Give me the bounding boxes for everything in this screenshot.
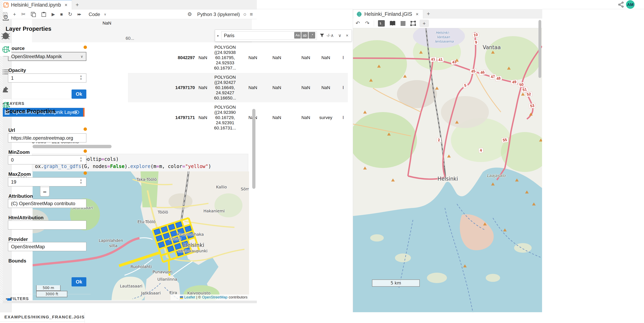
source-ok-button[interactable]: Ok — [72, 277, 86, 287]
leaflet-link[interactable]: Leaflet — [184, 295, 195, 300]
map-graphics — [353, 28, 542, 312]
minzoom-field-label: MinZoom — [8, 149, 30, 155]
raster-layer-icon[interactable] — [398, 21, 408, 26]
minzoom-input[interactable] — [8, 155, 86, 164]
filters-section-header[interactable]: ▸ FILTERS — [0, 294, 90, 303]
cell-type-dropdown[interactable]: Code — [86, 10, 103, 19]
stepper-control[interactable]: ∧∨ — [80, 157, 82, 162]
campsite-marker-icon — [455, 59, 459, 62]
whole-word-button[interactable]: ab — [302, 32, 308, 38]
property-inspector-icon[interactable]: ⚙ — [0, 13, 12, 20]
campsite-marker-icon — [419, 51, 423, 54]
campsite-marker-icon — [369, 79, 373, 82]
source-select[interactable]: OpenStreetMap.Mapnik ∨ — [8, 52, 86, 61]
kernel-name-button[interactable]: Python 3 (ipykernel) — [195, 10, 242, 19]
table-cell: survey — [318, 103, 334, 132]
run-all-button[interactable]: ▶▶ — [75, 10, 83, 19]
regex-button[interactable]: .* — [308, 32, 315, 38]
cut-cells-button[interactable]: ✂ — [18, 10, 28, 19]
trail-badge: 55 — [501, 137, 508, 143]
stepper-control[interactable]: ∧∨ — [80, 179, 82, 184]
trail-badge: 46 — [479, 70, 486, 75]
table-cell: NaN — [269, 43, 285, 72]
gis-map-canvas[interactable]: Helsinki-VantaanlentoasemaVantaaHelsinki… — [353, 28, 542, 312]
undo-button[interactable]: ↶ — [353, 19, 362, 28]
next-match-button[interactable]: ∨ — [338, 33, 342, 38]
maxzoom-input[interactable] — [8, 177, 86, 186]
campsite-marker-icon — [491, 51, 495, 54]
avatar[interactable]: AM — [626, 0, 634, 9]
table-row: 14797171 NaN POLYGON ((24.92390 60.16729… — [128, 103, 348, 132]
map-label: Etu-Töölö — [138, 219, 156, 224]
tab-gis[interactable]: Helsinki_Finland.jGIS × — [353, 9, 423, 18]
opacity-input[interactable] — [8, 73, 86, 82]
provider-field-label: Provider — [8, 237, 28, 242]
new-tab-button[interactable]: + — [423, 10, 434, 17]
run-cell-button[interactable]: ▶ — [49, 10, 58, 19]
vector-polygon-icon[interactable] — [408, 21, 418, 26]
copy-cells-icon[interactable] — [28, 12, 38, 17]
previous-match-button[interactable]: ∧ — [330, 33, 334, 38]
table-cell: POLYGON ((24.92938 60.16795, 24.92933 60… — [211, 43, 239, 72]
paste-cells-icon[interactable] — [38, 12, 49, 17]
gis-vertical-scrollbar[interactable] — [538, 20, 541, 78]
htmlattribution-input[interactable] — [8, 221, 86, 230]
stepper-control[interactable]: ∧∨ — [80, 75, 82, 80]
campsite-marker-icon — [539, 139, 542, 142]
attribution-separator: | © — [196, 295, 201, 300]
gis-pane: Helsinki_Finland.jGIS × + ↶ ↷ $_ + — [353, 9, 542, 312]
map-label: Kluuvi — [169, 236, 181, 241]
map-label: Helsinki — [183, 242, 204, 248]
share-icon[interactable] — [618, 1, 624, 7]
gis-tab-bar: Helsinki_Finland.jGIS × + — [353, 9, 542, 19]
map-label: Vantaan — [437, 35, 450, 39]
table-cell: NaN — [196, 43, 210, 72]
close-icon[interactable]: × — [414, 11, 420, 17]
provider-input[interactable] — [8, 242, 86, 251]
kernel-gear-icon[interactable]: ⚙ — [185, 10, 194, 19]
filter-icon[interactable] — [320, 33, 324, 38]
add-layer-button[interactable]: + — [420, 19, 429, 27]
table-cell: NaN — [318, 73, 334, 102]
campsite-marker-icon — [483, 223, 487, 226]
table-cell: NaN — [245, 43, 261, 72]
close-search-button[interactable]: × — [346, 33, 348, 38]
add-cell-button[interactable]: + — [10, 10, 18, 19]
match-case-button[interactable]: Aa — [294, 32, 301, 38]
layer-ok-button[interactable]: Ok — [72, 89, 86, 99]
table-cell: NaN — [196, 73, 210, 102]
new-tab-button[interactable]: + — [72, 1, 82, 8]
console-icon[interactable]: $_ — [378, 20, 385, 26]
close-icon[interactable]: × — [63, 2, 68, 8]
debugger-bug-icon[interactable] — [0, 31, 12, 39]
map-label: aartinkaupunki — [178, 249, 208, 253]
horizontal-scrollbar[interactable] — [32, 145, 112, 148]
campsite-marker-icon — [377, 65, 381, 68]
table-row: 14797170 NaN POLYGON ((24.92427 60.16649… — [128, 73, 348, 102]
interrupt-kernel-button[interactable]: ■ — [58, 10, 65, 19]
redo-button[interactable]: ↷ — [362, 19, 372, 28]
trail-badge: 10 — [472, 32, 479, 38]
visibility-eye-icon[interactable] — [73, 110, 79, 114]
notebook-tab-bar: Helsinki_Finland.ipynb × + — [0, 0, 257, 10]
tab-notebook[interactable]: Helsinki_Finland.ipynb × — [0, 0, 72, 9]
map-label: Helsinki — [438, 176, 458, 182]
url-input[interactable] — [8, 133, 86, 142]
url-field-label: Url — [8, 127, 15, 133]
toolbar-menu-icon[interactable]: ≡ — [247, 10, 257, 19]
tab-notebook-title: Helsinki_Finland.ipynb — [11, 2, 61, 8]
table-cell: POLYGON ((24.92427 60.16649, 24.92427 60… — [211, 73, 239, 102]
notebook-vertical-scrollbar[interactable] — [252, 109, 256, 189]
zoom-out-button[interactable]: − — [40, 188, 49, 196]
htmlattribution-field-label: HtmlAttribution — [8, 215, 44, 221]
restart-kernel-button[interactable]: ↻ — [65, 10, 75, 19]
osm-link[interactable]: OpenStreetMap — [202, 295, 228, 300]
search-expand-icon[interactable]: ▸ — [215, 33, 221, 38]
attribution-input[interactable] — [8, 199, 86, 208]
jgis-globe-icon[interactable] — [0, 45, 12, 54]
sources-section-header[interactable]: ▾ SOURCES — [0, 322, 84, 323]
notebook-map-output[interactable]: Taka-TöölöKallioSörrSeurasaariTöölöHakan… — [32, 171, 249, 300]
map-scale: 5 km — [372, 280, 420, 287]
layers-section-header[interactable]: ▾ LAYERS — [0, 99, 84, 108]
basemap-book-icon[interactable] — [387, 21, 398, 26]
